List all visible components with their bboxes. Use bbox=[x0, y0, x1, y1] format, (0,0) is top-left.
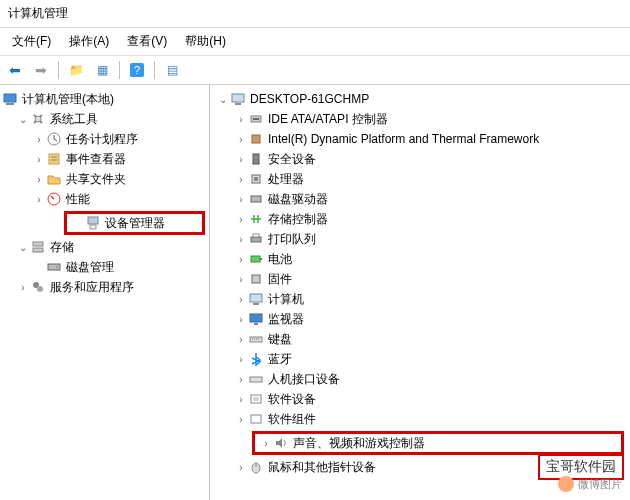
device-root[interactable]: ⌄ DESKTOP-61GCHMP bbox=[210, 89, 630, 109]
expand-icon[interactable]: › bbox=[16, 280, 30, 294]
expand-icon[interactable]: › bbox=[234, 332, 248, 346]
menu-view[interactable]: 查看(V) bbox=[119, 30, 175, 53]
expand-icon[interactable]: › bbox=[234, 460, 248, 474]
device-category-computers[interactable]: ›计算机 bbox=[210, 289, 630, 309]
menu-file[interactable]: 文件(F) bbox=[4, 30, 59, 53]
device-label: 软件设备 bbox=[268, 391, 316, 408]
tree-shared-folders[interactable]: › 共享文件夹 bbox=[0, 169, 209, 189]
device-category-intel[interactable]: ›Intel(R) Dynamic Platform and Thermal F… bbox=[210, 129, 630, 149]
device-label: 监视器 bbox=[268, 311, 304, 328]
expand-icon[interactable]: › bbox=[234, 292, 248, 306]
device-category-ide[interactable]: ›IDE ATA/ATAPI 控制器 bbox=[210, 109, 630, 129]
device-category-bluetooth[interactable]: ›蓝牙 bbox=[210, 349, 630, 369]
watermark-sub: 微博图片 bbox=[578, 477, 622, 492]
device-category-monitors[interactable]: ›监视器 bbox=[210, 309, 630, 329]
expand-icon[interactable]: › bbox=[234, 112, 248, 126]
device-category-disk-drives[interactable]: ›磁盘驱动器 bbox=[210, 189, 630, 209]
device-label: 人机接口设备 bbox=[268, 371, 340, 388]
expand-icon[interactable]: › bbox=[234, 212, 248, 226]
monitor-icon bbox=[248, 311, 264, 327]
expand-icon[interactable]: › bbox=[32, 192, 46, 206]
svg-rect-7 bbox=[90, 225, 96, 229]
help-button[interactable]: ? bbox=[126, 59, 148, 81]
performance-icon bbox=[46, 191, 62, 207]
svg-rect-18 bbox=[252, 135, 260, 143]
svg-point-11 bbox=[56, 266, 58, 268]
device-label: 磁盘驱动器 bbox=[268, 191, 328, 208]
svg-point-13 bbox=[37, 286, 43, 292]
expand-icon[interactable]: › bbox=[32, 132, 46, 146]
printer-icon bbox=[248, 231, 264, 247]
svg-rect-23 bbox=[251, 237, 261, 242]
tree-label: 计算机管理(本地) bbox=[22, 91, 114, 108]
svg-rect-35 bbox=[251, 415, 261, 423]
tree-services-apps[interactable]: › 服务和应用程序 bbox=[0, 277, 209, 297]
expand-icon[interactable]: › bbox=[259, 436, 273, 450]
expand-icon[interactable]: › bbox=[234, 412, 248, 426]
watermark: 微博图片 bbox=[558, 476, 622, 492]
forward-button[interactable]: ➡ bbox=[30, 59, 52, 81]
menu-action[interactable]: 操作(A) bbox=[61, 30, 117, 53]
expand-icon[interactable]: › bbox=[234, 252, 248, 266]
collapse-icon[interactable]: ⌄ bbox=[16, 112, 30, 126]
expand-icon[interactable]: › bbox=[234, 152, 248, 166]
device-category-firmware[interactable]: ›固件 bbox=[210, 269, 630, 289]
tree-performance[interactable]: › 性能 bbox=[0, 189, 209, 209]
device-category-processors[interactable]: ›处理器 bbox=[210, 169, 630, 189]
expand-icon[interactable]: › bbox=[32, 152, 46, 166]
menu-help[interactable]: 帮助(H) bbox=[177, 30, 234, 53]
ide-icon bbox=[248, 111, 264, 127]
mouse-icon bbox=[248, 459, 264, 475]
tree-label: 存储 bbox=[50, 239, 74, 256]
tree-disk-mgmt[interactable]: 磁盘管理 bbox=[0, 257, 209, 277]
device-category-print-queues[interactable]: ›打印队列 bbox=[210, 229, 630, 249]
expand-icon[interactable]: › bbox=[32, 172, 46, 186]
storage-ctrl-icon bbox=[248, 211, 264, 227]
device-category-hid[interactable]: ›人机接口设备 bbox=[210, 369, 630, 389]
device-manager-icon bbox=[85, 215, 101, 231]
expand-icon[interactable]: › bbox=[234, 312, 248, 326]
device-category-batteries[interactable]: ›电池 bbox=[210, 249, 630, 269]
svg-rect-6 bbox=[88, 217, 98, 224]
tree-storage[interactable]: ⌄ 存储 bbox=[0, 237, 209, 257]
expand-icon[interactable]: › bbox=[234, 352, 248, 366]
right-tree: ⌄ DESKTOP-61GCHMP ›IDE ATA/ATAPI 控制器 ›In… bbox=[210, 85, 630, 500]
back-button[interactable]: ⬅ bbox=[4, 59, 26, 81]
expand-icon[interactable]: › bbox=[234, 132, 248, 146]
device-category-keyboards[interactable]: ›键盘 bbox=[210, 329, 630, 349]
details-button[interactable]: ▤ bbox=[161, 59, 183, 81]
device-label: 电池 bbox=[268, 251, 292, 268]
device-category-storage-ctrl[interactable]: ›存储控制器 bbox=[210, 209, 630, 229]
collapse-icon[interactable]: ⌄ bbox=[16, 240, 30, 254]
tree-event-viewer[interactable]: › 事件查看器 bbox=[0, 149, 209, 169]
expand-icon[interactable]: › bbox=[234, 392, 248, 406]
list-button[interactable]: ▦ bbox=[91, 59, 113, 81]
keyboard-icon bbox=[248, 331, 264, 347]
svg-rect-15 bbox=[235, 103, 241, 105]
tree-task-scheduler[interactable]: › 任务计划程序 bbox=[0, 129, 209, 149]
svg-rect-25 bbox=[251, 256, 260, 262]
device-category-sw-devices[interactable]: ›软件设备 bbox=[210, 389, 630, 409]
services-icon bbox=[30, 279, 46, 295]
svg-rect-19 bbox=[253, 154, 259, 164]
bluetooth-icon bbox=[248, 351, 264, 367]
tree-root-computer-mgmt[interactable]: 计算机管理(本地) bbox=[0, 89, 209, 109]
expand-icon[interactable]: › bbox=[234, 272, 248, 286]
software-icon bbox=[248, 391, 264, 407]
device-category-security[interactable]: ›安全设备 bbox=[210, 149, 630, 169]
device-category-sw-components[interactable]: ›软件组件 bbox=[210, 409, 630, 429]
svg-rect-33 bbox=[250, 377, 262, 382]
folder-button[interactable]: 📁 bbox=[65, 59, 87, 81]
expand-icon[interactable]: › bbox=[234, 232, 248, 246]
tree-system-tools[interactable]: ⌄ 系统工具 bbox=[0, 109, 209, 129]
device-label: Intel(R) Dynamic Platform and Thermal Fr… bbox=[268, 132, 539, 146]
tree-device-manager[interactable]: 设备管理器 bbox=[71, 214, 169, 232]
device-category-sound[interactable]: ›声音、视频和游戏控制器 bbox=[259, 434, 429, 452]
expand-icon[interactable]: › bbox=[234, 172, 248, 186]
svg-rect-28 bbox=[250, 294, 262, 302]
collapse-icon[interactable]: ⌄ bbox=[216, 92, 230, 106]
expand-icon[interactable]: › bbox=[234, 372, 248, 386]
device-label: 软件组件 bbox=[268, 411, 316, 428]
expand-icon[interactable]: › bbox=[234, 192, 248, 206]
wrench-icon bbox=[30, 111, 46, 127]
